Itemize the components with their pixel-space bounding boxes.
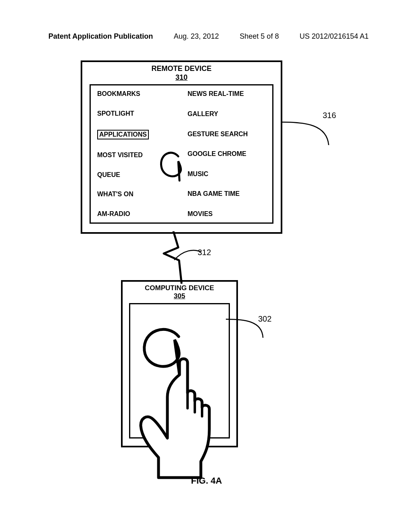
- publication-date: Aug. 23, 2012: [174, 32, 219, 41]
- menu-item-nba[interactable]: NBA GAME TIME: [188, 190, 266, 197]
- publication-number: US 2012/0216154 A1: [300, 32, 369, 41]
- menu-item-gesture-search[interactable]: GESTURE SEARCH: [188, 131, 266, 138]
- leader-line-312: [173, 248, 202, 264]
- computing-device-title: COMPUTING DEVICE 305: [123, 282, 236, 301]
- menu-item-am-radio[interactable]: AM-RADIO: [97, 210, 175, 218]
- menu-column-right: NEWS REAL-TIME GALLERY GESTURE SEARCH GO…: [188, 90, 266, 218]
- computing-device-ref: 305: [123, 292, 236, 300]
- patent-figure-page: Patent Application Publication Aug. 23, …: [0, 0, 413, 532]
- menu-item-most-visited[interactable]: MOST VISITED: [97, 152, 175, 159]
- remote-device-screen: BOOKMARKS SPOTLIGHT APPLICATIONS MOST VI…: [90, 84, 273, 224]
- computing-device-frame: COMPUTING DEVICE 305: [121, 280, 238, 447]
- menu-item-applications[interactable]: APPLICATIONS: [97, 130, 149, 139]
- menu-item-google-chrome[interactable]: GOOGLE CHROME: [188, 150, 266, 158]
- menu-item-whats-on[interactable]: WHAT'S ON: [97, 191, 175, 198]
- computing-device-touchscreen[interactable]: [129, 303, 230, 438]
- menu-column-left: BOOKMARKS SPOTLIGHT APPLICATIONS MOST VI…: [97, 90, 175, 218]
- menu-item-music[interactable]: MUSIC: [188, 170, 266, 178]
- remote-device-frame: REMOTE DEVICE 310 BOOKMARKS SPOTLIGHT AP…: [81, 60, 282, 234]
- reference-label-316: 316: [323, 111, 336, 120]
- page-header: Patent Application Publication Aug. 23, …: [48, 32, 369, 41]
- menu-item-movies[interactable]: MOVIES: [188, 210, 266, 218]
- sheet-indicator: Sheet 5 of 8: [240, 32, 279, 41]
- menu-item-gallery[interactable]: GALLERY: [188, 110, 266, 118]
- menu-item-queue[interactable]: QUEUE: [97, 171, 175, 179]
- publication-type: Patent Application Publication: [48, 32, 153, 41]
- menu-item-spotlight[interactable]: SPOTLIGHT: [97, 110, 175, 117]
- menu-item-news[interactable]: NEWS REAL-TIME: [188, 90, 266, 98]
- remote-device-title: REMOTE DEVICE 310: [82, 64, 281, 82]
- figure-caption: FIG. 4A: [0, 476, 413, 486]
- leader-line-302: [226, 318, 266, 343]
- menu-item-bookmarks[interactable]: BOOKMARKS: [97, 90, 175, 98]
- leader-line-316: [282, 121, 335, 161]
- remote-device-ref: 310: [82, 73, 281, 82]
- hand-gesture-icon: [134, 320, 239, 478]
- computing-device-title-text: COMPUTING DEVICE: [145, 284, 214, 292]
- remote-device-title-text: REMOTE DEVICE: [151, 64, 211, 73]
